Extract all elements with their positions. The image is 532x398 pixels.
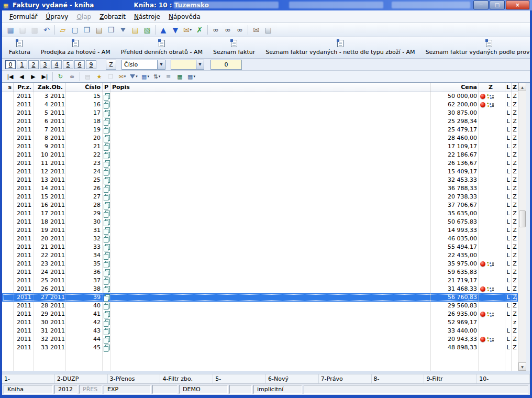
title-bar[interactable]: ▦ Faktury vydané - kniha Kniha: 10 : Tuz…	[0, 0, 532, 10]
table-row[interactable]: 2011 30 2011 42 52 969,17 z	[2, 318, 518, 327]
column-header-prz[interactable]: Pr.z.	[14, 83, 34, 92]
table-button[interactable]: ▦▾	[186, 72, 197, 82]
copy-button[interactable]: ❐	[81, 24, 93, 36]
table-row[interactable]: 2011 26 2011 38 31 468,33 L Z	[2, 285, 518, 293]
fkey-1[interactable]: 1-	[2, 374, 55, 383]
table-row[interactable]: 2011 32 2011 44 20 943,33 L Z	[2, 335, 518, 344]
vertical-scrollbar[interactable]: ▲ ▼	[518, 83, 526, 371]
checklist-button[interactable]: ≡	[163, 72, 174, 82]
dropdown-arrow-icon[interactable]: ▾	[147, 74, 149, 79]
scroll-down-arrow-icon[interactable]: ▼	[518, 362, 526, 371]
table-row[interactable]: 2011 25 2011 37 21 719,17 L Z	[2, 277, 518, 285]
find-document-button[interactable]: ∞	[222, 24, 234, 36]
paste-button[interactable]: ▤	[93, 24, 105, 36]
table-row[interactable]: 2011 28 2011 40 29 560,83 L Z	[2, 302, 518, 310]
table-row[interactable]: 2011 23 2011 35 35 975,00 L Z	[2, 260, 518, 268]
filter-select[interactable]: ▼	[171, 60, 204, 70]
refresh-button[interactable]: ↻	[55, 72, 66, 82]
dropdown-arrow-icon[interactable]: ▾	[124, 74, 126, 79]
new-document-button[interactable]: ▢	[69, 24, 81, 36]
column-select[interactable]: Číslo ▼	[121, 60, 165, 70]
scrollbar-thumb[interactable]	[519, 211, 526, 227]
find-button[interactable]: ∞	[66, 72, 77, 82]
table-row[interactable]: 2011 9 2011 21 17 109,17 L Z	[2, 142, 518, 151]
page-button-5[interactable]: 5	[63, 60, 73, 69]
menu-item-napoveda[interactable]: Nápověda	[164, 12, 205, 22]
column-header-cislo[interactable]: Číslo	[66, 83, 103, 92]
chevron-down-icon[interactable]: ▼	[196, 60, 204, 69]
table-row[interactable]: 2011 17 2011 29 35 635,00 L Z	[2, 209, 518, 218]
dropdown-arrow-icon[interactable]: ▾	[159, 74, 161, 79]
report-button[interactable]: Seznam faktur vydaných podle provize - A…	[420, 38, 532, 57]
close-button[interactable]: ×	[506, 1, 529, 9]
column-header-z2[interactable]: Z	[512, 83, 518, 92]
mail-button[interactable]: ✉	[250, 24, 262, 36]
table-row[interactable]: 2011 20 2011 32 46 035,00 L Z	[2, 235, 518, 243]
design-grid-button[interactable]: ▦	[5, 24, 16, 36]
table-row[interactable]: 2011 19 2011 31 14 993,33 L Z	[2, 226, 518, 235]
page-button-2[interactable]: 2	[28, 60, 39, 69]
send-mail-button[interactable]: ✉▾	[182, 24, 193, 36]
fkey-7-pravo[interactable]: 7-Právo	[319, 374, 372, 383]
first-record-button[interactable]: |◀	[5, 72, 16, 82]
filter-funnel-button[interactable]	[117, 24, 129, 36]
count-field[interactable]: 0	[210, 60, 242, 70]
chevron-down-icon[interactable]: ▼	[157, 60, 165, 69]
z-toggle-button[interactable]: Z	[106, 60, 116, 70]
table-row[interactable]: 2011 12 2011 24 15 409,17 L Z	[2, 168, 518, 176]
maximize-button[interactable]: □	[490, 1, 505, 9]
page-button-0[interactable]: 0	[5, 60, 16, 69]
scroll-up-arrow-icon[interactable]: ▲	[518, 83, 526, 91]
report-button[interactable]: Seznam faktur vydaných - netto dle typu …	[260, 38, 420, 57]
undo-button[interactable]: ↶	[41, 24, 52, 36]
table-row[interactable]: 2011 5 2011 17 30 875,00 L Z	[2, 109, 518, 117]
column-header-p[interactable]: P	[103, 83, 110, 92]
report-button[interactable]: Přehled denních obratů - AM	[116, 38, 208, 57]
column-header-s[interactable]: s	[2, 83, 14, 92]
table-row[interactable]: 2011 7 2011 19 25 479,17 L Z	[2, 126, 518, 134]
table-row[interactable]: 2011 10 2011 22 22 186,67 L Z	[2, 151, 518, 159]
table-row[interactable]: 2011 6 2011 18 25 298,34 L Z	[2, 117, 518, 126]
menu-item-nastroje[interactable]: Nástroje	[130, 12, 164, 22]
report-button[interactable]: Faktura	[4, 38, 36, 57]
column-header-popis[interactable]: Popis	[110, 83, 430, 92]
fkey-8[interactable]: 8-	[372, 374, 425, 383]
excel-button[interactable]: ▦	[174, 72, 185, 82]
fkey-3-prenos[interactable]: 3-Přenos	[108, 374, 161, 383]
table-row[interactable]: 2011 8 2011 20 28 460,00 L Z	[2, 134, 518, 142]
favorite-button[interactable]: ★	[94, 72, 105, 82]
sheets-button[interactable]: ▤	[129, 24, 141, 36]
export-button[interactable]: ✗	[194, 24, 205, 36]
page-button-6[interactable]: 6	[74, 60, 85, 69]
table-row[interactable]: 2011 3 2011 15 50 000,00 L Z	[2, 92, 518, 101]
table-row[interactable]: 2011 14 2011 26 36 788,33 L Z	[2, 184, 518, 193]
table-row[interactable]: 2011 21 2011 33 55 494,17 L Z	[2, 243, 518, 251]
duplicate-button[interactable]: ❒	[105, 24, 117, 36]
find-button[interactable]: ∞	[210, 24, 221, 36]
page-button-4[interactable]: 4	[51, 60, 62, 69]
move-up-button[interactable]: ▲	[158, 24, 169, 36]
page-button-1[interactable]: 1	[17, 60, 27, 69]
fkey-9-filtr[interactable]: 9-Filtr	[424, 374, 477, 383]
table-row[interactable]: 2011 29 2011 41 26 935,00 L Z	[2, 310, 518, 318]
table-row[interactable]: 2011 18 2011 30 50 675,83 L Z	[2, 218, 518, 226]
table-row[interactable]: 2011 4 2011 16 62 200,00 L Z	[2, 101, 518, 109]
open-folder-button[interactable]: ▱	[57, 24, 69, 36]
scrollbar-track[interactable]	[518, 91, 526, 362]
fkey-10[interactable]: 10-	[477, 374, 530, 383]
menu-item-upravy[interactable]: Úpravy	[41, 12, 72, 22]
table-row[interactable]: 2011 16 2011 28 37 706,67 L Z	[2, 201, 518, 209]
fkey-5[interactable]: 5-	[213, 374, 266, 383]
filter-funnel-button[interactable]: ▾	[128, 72, 139, 82]
fkey-2-duzp[interactable]: 2-DUZP	[55, 374, 108, 383]
table-row[interactable]: 2011 33 2011 45 48 898,33 L Z	[2, 344, 518, 352]
column-header-l[interactable]: L	[505, 83, 512, 92]
table-row[interactable]: 2011 15 2011 27 20 738,33 L Z	[2, 193, 518, 201]
fkey-6-novy[interactable]: 6-Nový	[266, 374, 319, 383]
menu-item-formular[interactable]: Formulář	[5, 12, 41, 22]
dropdown-arrow-icon[interactable]: ▾	[190, 28, 192, 32]
table-row[interactable]: 2011 27 2011 39 56 760,83 L Z	[2, 293, 518, 302]
table-row[interactable]: 2011 24 2011 36 59 635,83 L Z	[2, 268, 518, 277]
catalog-button[interactable]: ▧	[141, 24, 153, 36]
last-record-button[interactable]: ▶|	[39, 72, 50, 82]
